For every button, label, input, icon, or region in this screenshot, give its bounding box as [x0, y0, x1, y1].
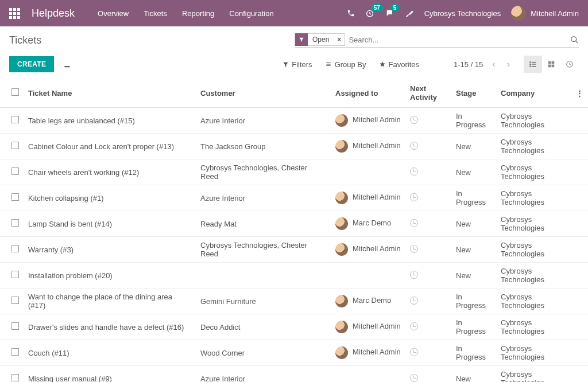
table-row[interactable]: Chair wheels aren't working (#12)Cybrosy… [0, 159, 588, 185]
cell-activity[interactable] [405, 185, 451, 211]
cell-activity[interactable] [405, 340, 451, 366]
cell-stage: In Progress [451, 340, 496, 366]
table-row[interactable]: Want to change the place of the dining a… [0, 289, 588, 314]
cell-company: Cybrosys Technologies [496, 159, 571, 185]
groupby-label: Group By [335, 60, 366, 69]
search-bar[interactable]: Open × [295, 33, 579, 48]
row-checkbox[interactable] [11, 193, 19, 201]
cell-name: Chair wheels aren't working (#12) [24, 159, 196, 185]
cell-activity[interactable] [405, 366, 451, 383]
cell-activity[interactable] [405, 237, 451, 263]
cell-activity[interactable] [405, 263, 451, 289]
cell-customer: The Jackson Group [196, 134, 331, 159]
nav-configuration[interactable]: Configuration [229, 9, 273, 18]
filters-button[interactable]: Filters [283, 60, 312, 69]
kanban-view-icon[interactable] [542, 56, 560, 73]
table-header: Ticket Name Customer Assigned to Next Ac… [0, 79, 588, 108]
user-avatar-icon [511, 6, 526, 21]
cell-assigned: Marc Demo [331, 211, 405, 237]
clock-icon [410, 374, 418, 382]
company-switcher[interactable]: Cybrosys Technologies [424, 9, 501, 18]
create-button[interactable]: CREATE [9, 56, 54, 72]
pager-value[interactable]: 1-15 / 15 [454, 60, 483, 69]
favorites-button[interactable]: Favorites [379, 60, 419, 69]
row-checkbox[interactable] [11, 374, 19, 381]
list-view-icon[interactable] [524, 56, 542, 73]
clock-icon [410, 348, 418, 356]
table-row[interactable]: Installation problem (#20)NewCybrosys Te… [0, 263, 588, 289]
cell-activity[interactable] [405, 211, 451, 237]
table-row[interactable]: Cabinet Colour and Lock aren't proper (#… [0, 134, 588, 159]
svg-rect-7 [532, 66, 536, 67]
cell-stage: New [451, 263, 496, 289]
col-name[interactable]: Ticket Name [24, 79, 196, 108]
cell-name: Want to change the place of the dining a… [24, 289, 196, 314]
cell-activity[interactable] [405, 289, 451, 314]
cell-stage: In Progress [451, 314, 496, 340]
phone-icon[interactable] [347, 9, 355, 17]
wrench-icon[interactable] [405, 9, 414, 18]
row-checkbox[interactable] [11, 116, 19, 123]
cell-name: Cabinet Colour and Lock aren't proper (#… [24, 134, 196, 159]
row-checkbox[interactable] [11, 297, 19, 304]
groupby-button[interactable]: Group By [325, 60, 366, 69]
timer-icon[interactable]: 57 [365, 9, 374, 18]
table-row[interactable]: Missing user manual (#9)Azure InteriorNe… [0, 366, 588, 383]
assignee-avatar-icon [335, 114, 348, 127]
cell-assigned: Mitchell Admin [331, 314, 405, 340]
cell-activity[interactable] [405, 314, 451, 340]
row-checkbox[interactable] [11, 167, 19, 175]
user-menu[interactable]: Mitchell Admin [511, 6, 579, 21]
table-row[interactable]: Kitchen collapsing (#1)Azure InteriorMit… [0, 185, 588, 211]
row-checkbox[interactable] [11, 348, 19, 356]
import-icon[interactable] [63, 60, 71, 68]
cell-name: Missing user manual (#9) [24, 366, 196, 383]
search-icon[interactable] [570, 36, 579, 44]
col-stage[interactable]: Stage [451, 79, 496, 108]
search-input[interactable] [345, 34, 570, 46]
row-checkbox[interactable] [11, 322, 19, 330]
cell-name: Lamp Stand is bent (#14) [24, 211, 196, 237]
table-row[interactable]: Lamp Stand is bent (#14)Ready MatMarc De… [0, 211, 588, 237]
row-checkbox[interactable] [11, 271, 19, 278]
cell-activity[interactable] [405, 159, 451, 185]
cell-customer: Azure Interior [196, 185, 331, 211]
apps-icon[interactable] [9, 8, 20, 19]
svg-point-1 [571, 36, 577, 41]
row-checkbox[interactable] [11, 219, 19, 227]
select-all-checkbox[interactable] [11, 88, 19, 96]
nav-tickets[interactable]: Tickets [144, 9, 167, 18]
table-row[interactable]: Table legs are unbalanced (#15)Azure Int… [0, 108, 588, 134]
cell-assigned [331, 366, 405, 383]
favorites-label: Favorites [389, 60, 419, 69]
nav-reporting[interactable]: Reporting [182, 9, 214, 18]
chat-icon[interactable]: 5 [385, 9, 395, 18]
assignee-avatar-icon [335, 243, 348, 256]
cell-assigned: Mitchell Admin [331, 134, 405, 159]
search-facet-open[interactable]: Open × [295, 33, 345, 46]
cell-stage: New [451, 237, 496, 263]
cell-activity[interactable] [405, 108, 451, 134]
col-activity[interactable]: Next Activity [405, 79, 451, 108]
col-company[interactable]: Company [496, 79, 571, 108]
cell-company: Cybrosys Technologies [496, 211, 571, 237]
row-checkbox[interactable] [11, 142, 19, 149]
nav-overview[interactable]: Overview [98, 9, 129, 18]
table-row[interactable]: Drawer's slides and handle have a defect… [0, 314, 588, 340]
cell-stage: New [451, 366, 496, 383]
columns-menu-icon[interactable]: ⋮ [571, 79, 588, 108]
facet-remove-icon[interactable]: × [334, 36, 345, 44]
cell-activity[interactable] [405, 134, 451, 159]
table-row[interactable]: Couch (#11)Wood CornerMitchell AdminIn P… [0, 340, 588, 366]
col-assigned[interactable]: Assigned to [331, 79, 405, 108]
cell-company: Cybrosys Technologies [496, 185, 571, 211]
cell-name: Installation problem (#20) [24, 263, 196, 289]
col-customer[interactable]: Customer [196, 79, 331, 108]
row-checkbox[interactable] [11, 245, 19, 252]
pager-next-icon[interactable]: › [505, 59, 512, 69]
activity-view-icon[interactable] [560, 56, 579, 73]
pager-prev-icon[interactable]: ‹ [490, 59, 497, 69]
table-row[interactable]: Warranty (#3)Cybrosys Technologies, Ches… [0, 237, 588, 263]
clock-icon [410, 116, 418, 124]
app-name[interactable]: Helpdesk [32, 7, 75, 20]
